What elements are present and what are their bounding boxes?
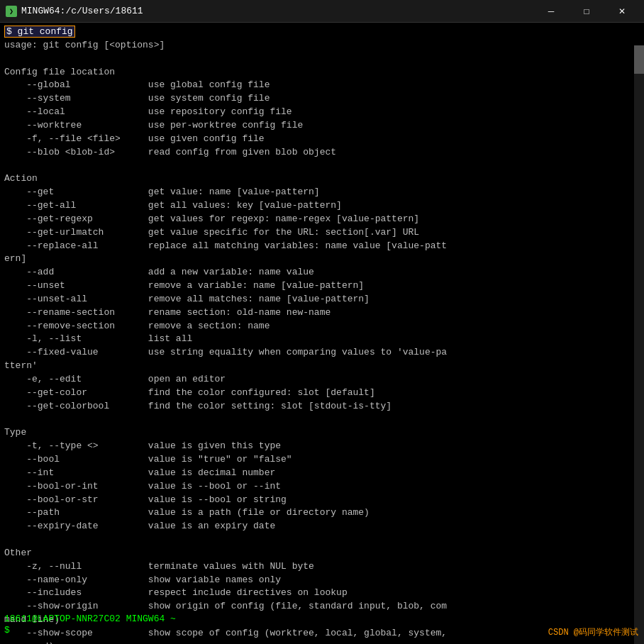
window-title: MINGW64:/c/Users/18611 — [21, 6, 143, 16]
terminal-icon: ❯ — [6, 6, 17, 17]
shell-prompt: 18611@LAPTOP-NNR27C02 MINGW64 ~ — [4, 614, 176, 624]
maximize-button[interactable]: □ — [570, 3, 603, 20]
command-line: $ git config — [4, 26, 75, 38]
watermark: CSDN @码同学软件测试 — [548, 626, 638, 638]
window-controls: ─ □ ✕ — [535, 3, 638, 20]
minimize-button[interactable]: ─ — [535, 3, 567, 20]
title-bar-left: ❯ MINGW64:/c/Users/18611 — [6, 6, 143, 17]
scrollbar[interactable] — [634, 45, 644, 644]
scrollbar-thumb[interactable] — [634, 45, 644, 74]
terminal-window: $ git config usage: git config [<options… — [0, 23, 644, 644]
cursor-symbol: $ — [4, 625, 10, 635]
close-button[interactable]: ✕ — [606, 3, 638, 20]
title-bar: ❯ MINGW64:/c/Users/18611 ─ □ ✕ — [0, 0, 644, 23]
terminal-output: $ git config usage: git config [<options… — [4, 26, 640, 644]
prompt-text: 18611@LAPTOP-NNR27C02 MINGW64 ~ — [4, 614, 176, 624]
cursor-line[interactable]: $ — [4, 625, 10, 635]
